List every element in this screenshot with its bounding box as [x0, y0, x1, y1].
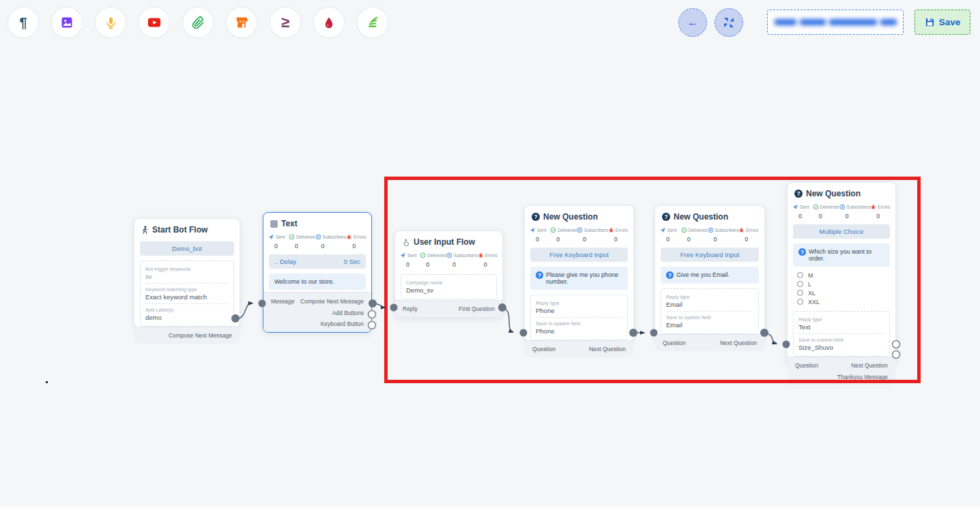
- port-label-keyboard-button: Keyboard Button: [321, 320, 364, 327]
- save-label: Save: [939, 17, 961, 27]
- pilcrow-icon: ¶: [19, 15, 27, 31]
- delay-label: .. Delay: [274, 258, 296, 265]
- bottom-scrollbar-track[interactable]: [0, 506, 980, 510]
- toolbar-video-element-button[interactable]: [139, 7, 170, 38]
- node-footer: Compose Next Message: [134, 327, 240, 344]
- message-preview[interactable]: Welcome to our store.: [269, 273, 366, 290]
- edge-text-to-user-input: [373, 303, 385, 308]
- delay-value: 0 Sec: [344, 258, 360, 265]
- flow-canvas[interactable]: ¶ ≥ ← Save Start B: [0, 0, 980, 510]
- toolbar-text-element-button[interactable]: ¶: [8, 7, 39, 38]
- youtube-icon: [147, 15, 162, 30]
- field-keyword-matching: Keyword matching type Exact keyword matc…: [145, 283, 229, 303]
- compress-icon: [724, 18, 734, 27]
- node-title: Text: [281, 219, 298, 228]
- toolbar-audio-element-button[interactable]: [95, 7, 126, 38]
- canvas-dot-artifact: [46, 381, 48, 383]
- paperclip-icon: [192, 16, 205, 29]
- flow-title-input[interactable]: [767, 10, 904, 35]
- stack-icon: [366, 16, 379, 29]
- node-start-bot-flow[interactable]: Start Bot Flow Demo_bot Bot trigger keyw…: [134, 218, 240, 328]
- back-button[interactable]: ←: [678, 8, 707, 37]
- port-label-compose-next-message: Compose Next Message: [300, 298, 364, 305]
- bot-name-field[interactable]: Demo_bot: [140, 241, 234, 256]
- errors-icon: [346, 234, 352, 240]
- toolbar-drip-element-button[interactable]: [313, 7, 345, 38]
- port-label-add-buttons: Add Buttons: [332, 310, 364, 316]
- microphone-icon: [104, 16, 117, 29]
- field-add-labels: Add Label(s) demo: [145, 303, 229, 324]
- greater-equal-icon: ≥: [281, 14, 289, 31]
- delivered-icon: [289, 234, 295, 240]
- subscribers-icon: [315, 234, 321, 240]
- highlight-rectangle: [384, 177, 921, 383]
- port-label-compose-next-message: Compose Next Message: [169, 332, 232, 339]
- start-settings-fieldset[interactable]: Bot trigger keywords sv Keyword matching…: [140, 260, 234, 327]
- back-arrow-icon: ←: [687, 16, 698, 29]
- storefront-icon: [235, 16, 248, 29]
- droplet-icon: [323, 16, 335, 29]
- toolbar-condition-element-button[interactable]: ≥: [270, 7, 301, 38]
- toolbar-attachment-element-button[interactable]: [182, 7, 214, 38]
- node-text[interactable]: Text Sent0 Delivered0 Subscribers0 Error…: [263, 212, 372, 333]
- stat-sent: Sent0: [268, 234, 289, 250]
- image-icon: [60, 16, 74, 29]
- sent-icon: [268, 234, 274, 240]
- save-floppy-icon: [925, 17, 935, 27]
- delay-setting[interactable]: .. Delay 0 Sec: [269, 254, 366, 269]
- toolbar-image-element-button[interactable]: [51, 7, 83, 38]
- field-trigger-keywords: Bot trigger keywords sv: [145, 263, 229, 283]
- node-title: Start Bot Flow: [152, 225, 207, 235]
- text-block-icon: [270, 220, 278, 228]
- toolbar-sequence-element-button[interactable]: [357, 7, 388, 38]
- stat-delivered: Delivered0: [289, 234, 315, 250]
- walking-person-icon: [141, 226, 149, 235]
- blurred-flow-title: [775, 19, 897, 25]
- save-button[interactable]: Save: [914, 10, 970, 35]
- fit-view-button[interactable]: [715, 8, 743, 37]
- toolbar-ecommerce-element-button[interactable]: [226, 7, 257, 38]
- stat-errors: Errors0: [346, 234, 366, 250]
- stat-subscribers: Subscribers0: [315, 234, 347, 250]
- port-label-message: Message: [271, 298, 295, 305]
- stats-row: Sent0 Delivered0 Subscribers0 Errors0: [263, 232, 371, 251]
- node-footer: Message Compose Next Message Add Buttons…: [263, 292, 371, 332]
